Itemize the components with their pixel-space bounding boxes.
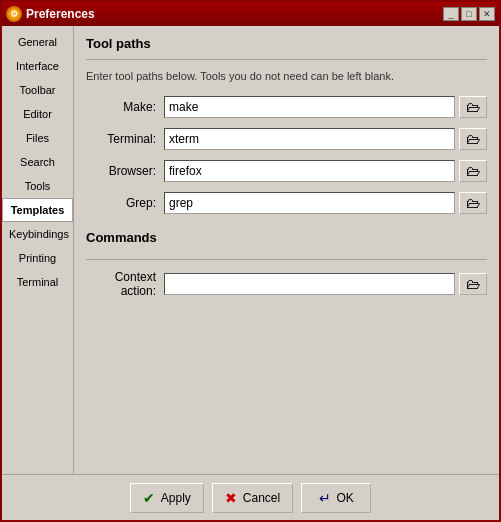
input-context_action[interactable] — [164, 273, 455, 295]
minimize-button[interactable]: _ — [443, 7, 459, 21]
app-icon: ⚙ — [6, 6, 22, 22]
apply-button[interactable]: ✔ Apply — [130, 483, 204, 513]
input-make[interactable] — [164, 96, 455, 118]
cancel-button[interactable]: ✖ Cancel — [212, 483, 293, 513]
folder-icon: 🗁 — [466, 131, 480, 147]
browse-button-context_action[interactable]: 🗁 — [459, 273, 487, 295]
field-row-grep: Grep:🗁 — [86, 192, 487, 214]
apply-icon: ✔ — [143, 490, 155, 506]
folder-icon: 🗁 — [466, 163, 480, 179]
preferences-window: ⚙ Preferences _ □ ✕ GeneralInterfaceTool… — [0, 0, 501, 522]
sidebar-item-files[interactable]: Files — [2, 126, 73, 150]
browse-button-browser[interactable]: 🗁 — [459, 160, 487, 182]
maximize-button[interactable]: □ — [461, 7, 477, 21]
ok-button[interactable]: ↵ OK — [301, 483, 371, 513]
commands-title: Commands — [86, 230, 487, 245]
ok-label: OK — [337, 491, 354, 505]
window-body: GeneralInterfaceToolbarEditorFilesSearch… — [2, 26, 499, 474]
footer: ✔ Apply ✖ Cancel ↵ OK — [2, 474, 499, 520]
field-row-browser: Browser:🗁 — [86, 160, 487, 182]
sidebar-item-editor[interactable]: Editor — [2, 102, 73, 126]
tool-fields: Make:🗁Terminal:🗁Browser:🗁Grep:🗁 — [86, 96, 487, 224]
main-content: Tool paths Enter tool paths below. Tools… — [74, 26, 499, 474]
browse-button-grep[interactable]: 🗁 — [459, 192, 487, 214]
field-row-terminal: Terminal:🗁 — [86, 128, 487, 150]
browse-button-terminal[interactable]: 🗁 — [459, 128, 487, 150]
titlebar: ⚙ Preferences _ □ ✕ — [2, 2, 499, 26]
input-grep[interactable] — [164, 192, 455, 214]
cancel-icon: ✖ — [225, 490, 237, 506]
folder-icon: 🗁 — [466, 99, 480, 115]
folder-icon: 🗁 — [466, 195, 480, 211]
browse-button-make[interactable]: 🗁 — [459, 96, 487, 118]
apply-label: Apply — [161, 491, 191, 505]
label-make: Make: — [86, 100, 156, 114]
ok-icon: ↵ — [319, 490, 331, 506]
label-terminal: Terminal: — [86, 132, 156, 146]
sidebar-item-printing[interactable]: Printing — [2, 246, 73, 270]
label-browser: Browser: — [86, 164, 156, 178]
sidebar: GeneralInterfaceToolbarEditorFilesSearch… — [2, 26, 74, 474]
sidebar-item-interface[interactable]: Interface — [2, 54, 73, 78]
field-row-context_action: Context action:🗁 — [86, 270, 487, 298]
close-button[interactable]: ✕ — [479, 7, 495, 21]
label-grep: Grep: — [86, 196, 156, 210]
cmd-fields: Context action:🗁 — [86, 270, 487, 308]
tool-paths-desc: Enter tool paths below. Tools you do not… — [86, 70, 487, 82]
label-context_action: Context action: — [86, 270, 156, 298]
input-browser[interactable] — [164, 160, 455, 182]
cancel-label: Cancel — [243, 491, 280, 505]
separator — [86, 59, 487, 60]
tool-paths-title: Tool paths — [86, 36, 487, 51]
sidebar-item-templates[interactable]: Templates — [2, 198, 73, 222]
sidebar-item-toolbar[interactable]: Toolbar — [2, 78, 73, 102]
titlebar-buttons: _ □ ✕ — [443, 7, 495, 21]
input-terminal[interactable] — [164, 128, 455, 150]
window-title: Preferences — [26, 7, 95, 21]
sidebar-item-general[interactable]: General — [2, 30, 73, 54]
folder-icon: 🗁 — [466, 276, 480, 292]
titlebar-left: ⚙ Preferences — [6, 6, 95, 22]
sidebar-item-terminal[interactable]: Terminal — [2, 270, 73, 294]
sidebar-item-keybindings[interactable]: Keybindings — [2, 222, 73, 246]
commands-separator — [86, 259, 487, 260]
sidebar-item-search[interactable]: Search — [2, 150, 73, 174]
sidebar-item-tools[interactable]: Tools — [2, 174, 73, 198]
field-row-make: Make:🗁 — [86, 96, 487, 118]
